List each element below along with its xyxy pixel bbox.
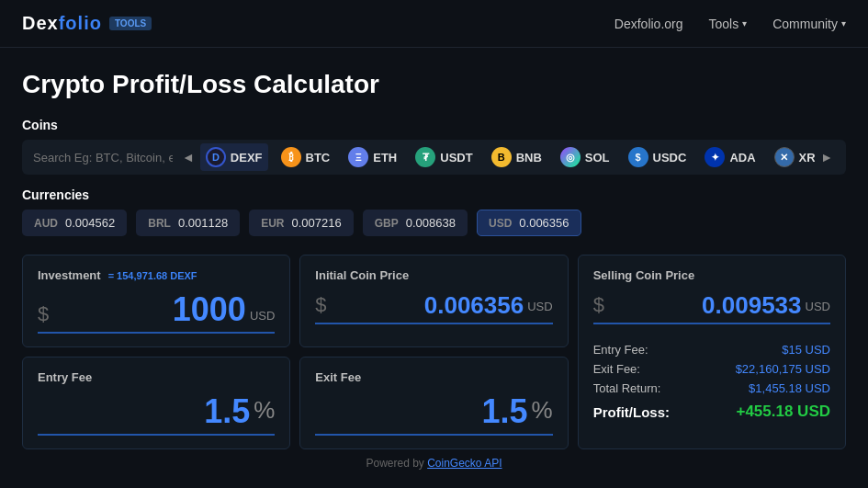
nav-community[interactable]: Community ▾	[772, 17, 846, 31]
ada-icon: ✦	[705, 147, 725, 167]
calculator-section: Investment = 154,971.68 DEXF $ 1000 USD …	[22, 255, 846, 449]
currency-usd[interactable]: USD 0.006356	[477, 210, 581, 236]
sol-symbol: SOL	[585, 151, 610, 165]
entry-fee-result-value: $15 USD	[782, 343, 830, 357]
footer: Powered by CoinGecko API	[22, 449, 846, 477]
total-return-result-label: Total Return:	[593, 381, 661, 395]
investment-value[interactable]: 1000	[52, 293, 246, 326]
bnb-icon: B	[491, 147, 512, 167]
coin-item-ada[interactable]: ✦ ADA	[699, 143, 761, 171]
coins-row: ◄ D DEXF ₿ BTC Ξ ETH ₮ USDT B BNB	[22, 140, 846, 175]
profit-loss-label: Profit/Loss:	[593, 404, 670, 420]
coin-item-bnb[interactable]: B BNB	[486, 143, 547, 171]
entry-fee-unit: %	[254, 396, 275, 428]
main-content: Crypto Profit/Loss Calculator Coins ◄ D …	[0, 48, 868, 488]
currency-brl[interactable]: BRL 0.001128	[136, 210, 240, 236]
entry-fee-label: Entry Fee	[38, 370, 275, 384]
exit-fee-unit: %	[532, 396, 553, 428]
initial-price-card: Initial Coin Price $ 0.006356 USD	[299, 255, 568, 347]
initial-currency-sym: $	[315, 295, 326, 317]
usdt-symbol: USDT	[440, 151, 472, 165]
investment-unit: USD	[250, 309, 275, 326]
tools-chevron-icon: ▾	[742, 18, 747, 28]
exit-fee-input-row: 1.5 %	[315, 395, 552, 436]
coin-item-usdt[interactable]: ₮ USDT	[410, 143, 478, 171]
coin-item-xrp[interactable]: ✕ XRP	[769, 143, 816, 171]
navbar: Dexfolio Tools Dexfolio.org Tools ▾ Comm…	[0, 0, 868, 48]
eth-icon: Ξ	[348, 147, 368, 167]
nav-tools[interactable]: Tools ▾	[709, 17, 748, 31]
currency-gbp[interactable]: GBP 0.008638	[363, 210, 468, 236]
dexf-symbol: DEXF	[231, 151, 263, 165]
btc-icon: ₿	[281, 147, 301, 167]
currencies-label: Currencies	[22, 187, 846, 202]
selling-currency-sym: $	[593, 295, 604, 317]
xrp-icon: ✕	[774, 147, 795, 167]
currencies-row: AUD 0.004562 BRL 0.001128 EUR 0.007216 G…	[22, 210, 846, 236]
dexf-icon: D	[206, 147, 226, 167]
investment-equiv: = 154,971.68 DEXF	[108, 270, 197, 281]
selling-price-card: Selling Coin Price $ 0.009533 USD Entry …	[578, 255, 846, 449]
coin-item-eth[interactable]: Ξ ETH	[343, 143, 402, 171]
exit-fee-result-row: Exit Fee: $22,160,175 USD	[593, 362, 830, 376]
selling-price-label: Selling Coin Price	[593, 268, 830, 282]
coin-item-dexf[interactable]: D DEXF	[200, 143, 268, 171]
total-return-result-value: $1,455.18 USD	[749, 381, 830, 395]
selling-price-unit: USD	[806, 300, 830, 317]
bnb-symbol: BNB	[516, 151, 542, 165]
entry-fee-value[interactable]: 1.5	[38, 395, 250, 428]
usdc-symbol: USDC	[653, 151, 687, 165]
footer-text: Powered by	[366, 457, 427, 470]
selling-price-input-row: $ 0.009533 USD	[593, 293, 830, 324]
exit-fee-result-value: $22,160,175 USD	[736, 362, 830, 376]
tools-badge: Tools	[109, 17, 152, 30]
coins-next-arrow[interactable]: ►	[815, 150, 839, 165]
page-title: Crypto Profit/Loss Calculator	[22, 70, 846, 99]
community-chevron-icon: ▾	[841, 18, 846, 28]
coin-item-sol[interactable]: ◎ SOL	[555, 143, 615, 171]
investment-card: Investment = 154,971.68 DEXF $ 1000 USD	[22, 255, 290, 347]
initial-price-value[interactable]: 0.006356	[331, 293, 524, 317]
coin-search-input[interactable]	[29, 145, 176, 170]
coins-prev-arrow[interactable]: ◄	[176, 150, 200, 165]
initial-price-input-row: $ 0.006356 USD	[315, 293, 552, 324]
coin-item-usdc[interactable]: $ USDC	[623, 143, 693, 171]
usdt-icon: ₮	[415, 147, 435, 167]
coins-label: Coins	[22, 118, 846, 132]
investment-label: Investment = 154,971.68 DEXF	[38, 268, 275, 282]
profit-loss-value: +455.18 USD	[736, 403, 830, 421]
investment-input-row: $ 1000 USD	[38, 293, 275, 334]
eth-symbol: ETH	[373, 151, 397, 165]
coin-list: D DEXF ₿ BTC Ξ ETH ₮ USDT B BNB ◎ SOL	[200, 143, 815, 171]
coin-item-btc[interactable]: ₿ BTC	[276, 143, 336, 171]
coingecko-link[interactable]: CoinGecko API	[427, 457, 502, 470]
investment-currency-sym: $	[38, 304, 49, 326]
profit-loss-row: Profit/Loss: +455.18 USD	[593, 403, 830, 421]
logo: Dexfolio	[22, 13, 102, 34]
navbar-left: Dexfolio Tools	[22, 13, 152, 34]
exit-fee-result-label: Exit Fee:	[593, 362, 640, 376]
entry-fee-input-row: 1.5 %	[38, 395, 275, 436]
usdc-icon: $	[628, 147, 648, 167]
entry-fee-result-label: Entry Fee:	[593, 343, 648, 357]
initial-price-label: Initial Coin Price	[315, 268, 552, 282]
selling-price-value[interactable]: 0.009533	[608, 293, 802, 317]
currency-aud[interactable]: AUD 0.004562	[22, 210, 127, 236]
currency-eur[interactable]: EUR 0.007216	[249, 210, 354, 236]
total-return-result-row: Total Return: $1,455.18 USD	[593, 381, 830, 395]
btc-symbol: BTC	[306, 151, 331, 165]
results-section: Entry Fee: $15 USD Exit Fee: $22,160,175…	[593, 343, 830, 421]
exit-fee-value[interactable]: 1.5	[315, 395, 527, 428]
exit-fee-label: Exit Fee	[315, 370, 552, 384]
navbar-right: Dexfolio.org Tools ▾ Community ▾	[614, 17, 846, 31]
entry-fee-card: Entry Fee 1.5 %	[22, 357, 290, 449]
xrp-symbol: XRP	[799, 151, 816, 165]
initial-price-unit: USD	[527, 300, 552, 317]
entry-fee-result-row: Entry Fee: $15 USD	[593, 343, 830, 357]
sol-icon: ◎	[560, 147, 581, 167]
nav-dexfolio-org[interactable]: Dexfolio.org	[614, 17, 683, 31]
exit-fee-card: Exit Fee 1.5 %	[299, 357, 568, 449]
ada-symbol: ADA	[729, 151, 755, 165]
